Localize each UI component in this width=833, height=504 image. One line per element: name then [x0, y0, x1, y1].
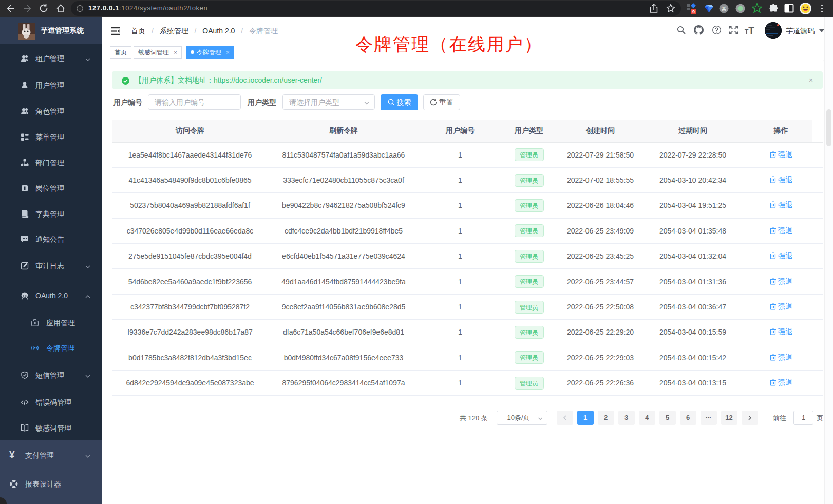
svg-text:⌘: ⌘	[721, 6, 727, 12]
svg-text:9: 9	[692, 9, 695, 14]
